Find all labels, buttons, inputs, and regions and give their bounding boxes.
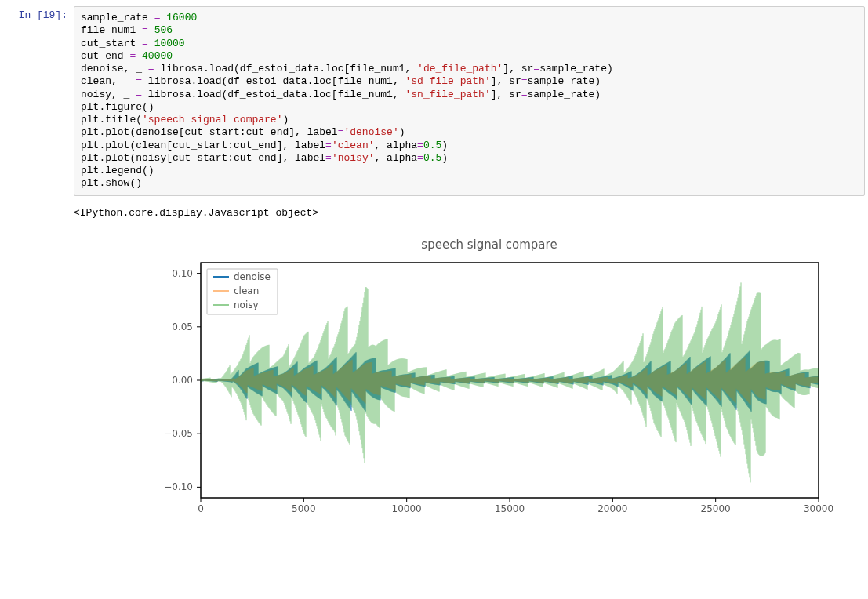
svg-text:0.10: 0.10 (172, 267, 193, 278)
svg-text:noisy: noisy (234, 300, 259, 310)
code-input-area[interactable]: sample_rate = 16000 file_num1 = 506 cut_… (74, 6, 865, 196)
svg-text:0.00: 0.00 (172, 375, 193, 386)
svg-text:0.05: 0.05 (172, 321, 193, 332)
code-cell: In [19]: sample_rate = 16000 file_num1 =… (3, 3, 865, 199)
input-prompt: In [19]: (3, 6, 74, 196)
svg-text:25000: 25000 (701, 503, 731, 514)
svg-text:5000: 5000 (292, 503, 316, 514)
svg-text:clean: clean (234, 285, 259, 296)
output-cell: <IPython.core.display.Javascript object>… (3, 199, 865, 525)
svg-text:15000: 15000 (495, 503, 525, 514)
svg-text:20000: 20000 (597, 503, 627, 514)
chart-title: speech signal compare (144, 238, 834, 252)
svg-text:denoise: denoise (234, 271, 271, 282)
waveform-chart: 050001000015000200002500030000−0.10−0.05… (144, 255, 834, 521)
svg-text:−0.05: −0.05 (164, 428, 193, 439)
svg-text:10000: 10000 (392, 503, 422, 514)
svg-text:0: 0 (198, 503, 204, 514)
stdout-text: <IPython.core.display.Javascript object> (74, 202, 865, 222)
svg-text:30000: 30000 (804, 503, 833, 514)
output-prompt-empty (3, 202, 74, 521)
chart-output: speech signal compare 050001000015000200… (144, 238, 865, 521)
output-area: <IPython.core.display.Javascript object>… (74, 202, 865, 521)
svg-text:−0.10: −0.10 (164, 481, 193, 492)
